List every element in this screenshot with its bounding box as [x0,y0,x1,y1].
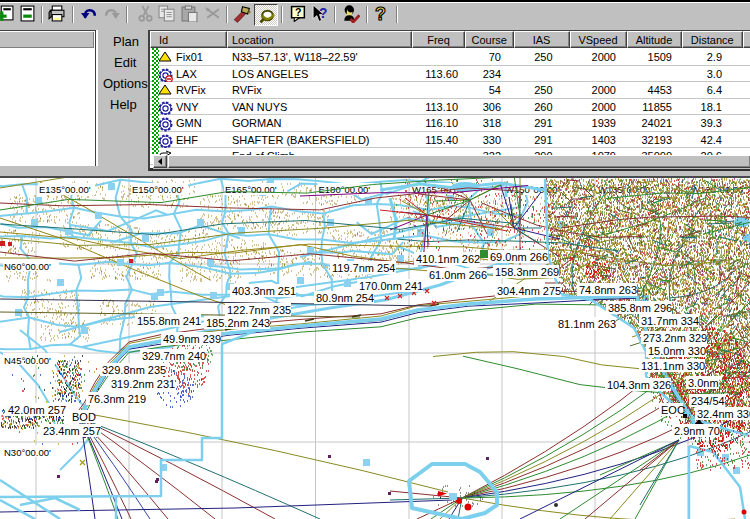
svg-text:N30°00.00': N30°00.00' [4,447,51,458]
svg-text:2.9nm 70: 2.9nm 70 [674,425,720,437]
svg-text:E150°00.00': E150°00.00' [132,184,184,195]
svg-text:E135°00.00': E135°00.00' [39,184,91,195]
svg-text:131.1nm 330: 131.1nm 330 [641,360,705,372]
svg-text:E165°00.00': E165°00.00' [225,184,277,195]
svg-text:403.3nm 251: 403.3nm 251 [232,285,296,297]
svg-text:32.4nm 330: 32.4nm 330 [697,408,750,420]
svg-text:185.2nm 243: 185.2nm 243 [206,317,270,329]
svg-text:273.2nm 329: 273.2nm 329 [643,332,707,344]
svg-text:329.7nm 240: 329.7nm 240 [142,350,206,362]
svg-text:155.8nm 241: 155.8nm 241 [137,315,201,327]
svg-text:170.0nm 241: 170.0nm 241 [359,280,423,292]
svg-text:15.0nm 330: 15.0nm 330 [648,345,706,357]
svg-text:319.2nm 231: 319.2nm 231 [111,378,175,390]
svg-text:EOC: EOC [661,404,685,416]
svg-text:385.8nm 296: 385.8nm 296 [608,302,672,314]
svg-text:BOD: BOD [72,411,96,423]
svg-text:N45°00.00': N45°00.00' [4,355,51,366]
svg-text:104.3nm 326: 104.3nm 326 [607,379,671,391]
svg-text:3.0nm: 3.0nm [688,377,719,389]
svg-text:329.8nm 235: 329.8nm 235 [102,364,166,376]
svg-text:?: ? [295,6,301,18]
svg-text:234/54: 234/54 [691,395,725,407]
svg-text:122.7nm 235: 122.7nm 235 [227,304,291,316]
svg-text:49.9nm 239: 49.9nm 239 [163,333,221,345]
svg-text:158.3nm 269: 158.3nm 269 [495,266,559,278]
svg-text:61.0nm 266: 61.0nm 266 [429,269,487,281]
svg-text:410.1nm 262: 410.1nm 262 [416,253,480,265]
svg-text:23.4nm 257: 23.4nm 257 [43,425,101,437]
svg-text:42.0nm 257: 42.0nm 257 [8,404,66,416]
svg-text:?: ? [375,4,386,23]
svg-text:?: ? [319,5,327,21]
svg-text:74.8nm 263: 74.8nm 263 [579,284,637,296]
svg-text:81.1nm 263: 81.1nm 263 [558,318,616,330]
svg-text:80.9nm 254: 80.9nm 254 [316,292,374,304]
svg-text:69.0nm 266: 69.0nm 266 [490,251,548,263]
svg-text:119.7nm 254: 119.7nm 254 [332,262,395,274]
svg-text:31.7nm 334: 31.7nm 334 [641,315,699,327]
svg-text:N60°00.00': N60°00.00' [4,261,51,272]
svg-text:304.4nm 275: 304.4nm 275 [497,285,561,297]
svg-text:76.3nm 219: 76.3nm 219 [88,393,146,405]
